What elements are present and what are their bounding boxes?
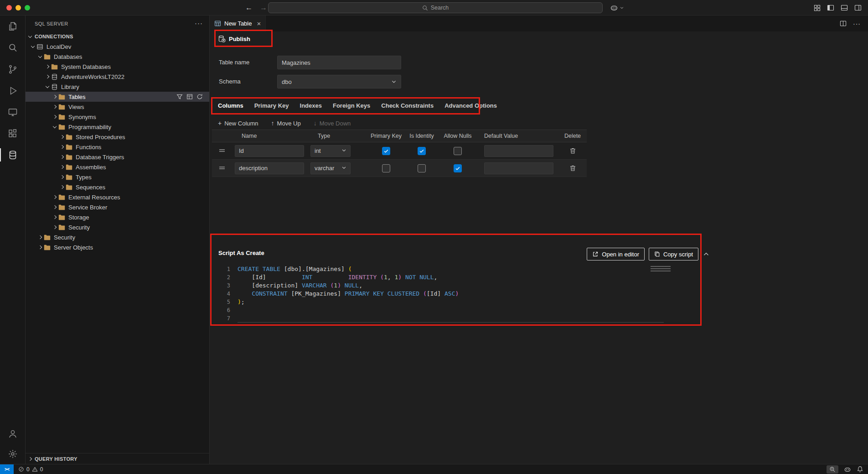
chevron-up-icon[interactable] (703, 250, 710, 258)
accounts-button[interactable] (0, 424, 25, 444)
designer-tab-check-constraints[interactable]: Check Constraints (376, 98, 439, 114)
schema-dropdown[interactable]: dbo (277, 75, 401, 89)
chevron-right-icon[interactable] (51, 92, 58, 102)
tree-item-functions[interactable]: Functions (26, 142, 209, 152)
notifications-bell-icon[interactable] (857, 466, 863, 473)
tree-item-database-triggers[interactable]: Database Triggers (26, 152, 209, 162)
move-up-button[interactable]: ↑Move Up (271, 120, 301, 127)
tree-item-storage[interactable]: Storage (26, 212, 209, 222)
is-identity-checkbox[interactable] (418, 147, 426, 155)
tree-item-external-resources[interactable]: External Resources (26, 192, 209, 202)
copilot-menu-button[interactable] (610, 0, 624, 16)
chevron-right-icon[interactable] (44, 62, 51, 72)
is-identity-checkbox[interactable] (418, 164, 426, 172)
chevron-right-icon[interactable] (51, 202, 58, 212)
tree-item-views[interactable]: Views (26, 102, 209, 112)
designer-tab-columns[interactable]: Columns (212, 98, 249, 114)
problems-status[interactable]: 0 0 (18, 466, 43, 473)
more-actions-icon[interactable]: ··· (853, 20, 861, 27)
tree-item-security[interactable]: Security (26, 232, 209, 242)
open-in-editor-button[interactable]: Open in editor (587, 248, 645, 260)
split-editor-icon[interactable] (840, 20, 847, 27)
tree-item-security[interactable]: Security (26, 222, 209, 232)
column-name-input[interactable] (235, 145, 304, 157)
drag-handle-icon[interactable] (219, 147, 225, 154)
refresh-icon[interactable] (196, 94, 203, 100)
new-column-button[interactable]: +New Column (218, 120, 258, 127)
chevron-right-icon[interactable] (58, 182, 66, 192)
tree-item-sequences[interactable]: Sequences (26, 182, 209, 192)
connections-section-header[interactable]: CONNECTIONS (26, 31, 209, 42)
navigate-back-button[interactable]: ← (245, 0, 253, 16)
primary-key-checkbox[interactable] (382, 147, 390, 155)
chevron-right-icon[interactable] (51, 102, 58, 112)
chevron-right-icon[interactable] (58, 142, 66, 152)
chevron-right-icon[interactable] (58, 172, 66, 182)
tree-item-adventureworkslt2022[interactable]: AdventureWorksLT2022 (26, 72, 209, 82)
navigate-forward-button[interactable]: → (260, 0, 267, 16)
tree-item-service-broker[interactable]: Service Broker (26, 202, 209, 212)
chevron-down-icon[interactable] (36, 52, 44, 62)
chevron-right-icon[interactable] (51, 212, 58, 222)
activity-source-control-button[interactable] (0, 58, 25, 80)
designer-tab-indexes[interactable]: Indexes (294, 98, 327, 114)
tree-item-assemblies[interactable]: Assemblies (26, 162, 209, 172)
zoom-indicator[interactable] (827, 465, 838, 474)
table-name-input[interactable] (277, 56, 401, 69)
allow-nulls-checkbox[interactable] (454, 164, 462, 172)
filter-icon[interactable] (176, 94, 183, 100)
tree-item-localdev[interactable]: LocalDev (26, 42, 209, 52)
customize-layout-icon[interactable] (814, 5, 821, 11)
tree-item-server-objects[interactable]: Server Objects (26, 242, 209, 252)
tree-item-stored-procedures[interactable]: Stored Procedures (26, 132, 209, 142)
chevron-right-icon[interactable] (58, 162, 66, 172)
default-value-input[interactable] (484, 145, 553, 157)
activity-explorer-button[interactable] (0, 16, 25, 37)
chevron-right-icon[interactable] (51, 112, 58, 122)
designer-tab-primary-key[interactable]: Primary Key (249, 98, 294, 114)
remote-indicator[interactable]: >< (0, 464, 14, 474)
more-actions-icon[interactable]: ··· (195, 16, 203, 31)
toggle-primary-sidebar-icon[interactable] (827, 4, 834, 11)
tree-item-types[interactable]: Types (26, 172, 209, 182)
settings-button[interactable] (0, 444, 25, 464)
chevron-right-icon[interactable] (36, 232, 44, 242)
column-type-dropdown[interactable]: varchar (310, 162, 351, 174)
script-code[interactable]: 1CREATE TABLE [dbo].[Magazines] (2 [Id] … (217, 265, 682, 323)
delete-row-icon[interactable] (569, 165, 576, 172)
tree-item-tables[interactable]: Tables (26, 92, 209, 102)
chevron-right-icon[interactable] (58, 132, 66, 142)
tree-item-databases[interactable]: Databases (26, 52, 209, 62)
toggle-secondary-sidebar-icon[interactable] (854, 4, 862, 11)
table-icon[interactable] (186, 94, 193, 100)
chevron-right-icon[interactable] (58, 152, 66, 162)
chevron-right-icon[interactable] (44, 72, 51, 82)
close-tab-icon[interactable]: × (257, 20, 261, 27)
activity-run-debug-button[interactable] (0, 80, 25, 101)
copilot-status-icon[interactable] (844, 466, 851, 473)
command-center-search[interactable]: Search (268, 2, 603, 13)
primary-key-checkbox[interactable] (382, 164, 390, 172)
column-type-dropdown[interactable]: int (310, 145, 351, 157)
chevron-right-icon[interactable] (36, 242, 44, 252)
designer-tab-advanced-options[interactable]: Advanced Options (439, 98, 502, 114)
activity-sql-server-button[interactable] (0, 144, 25, 166)
delete-row-icon[interactable] (569, 147, 576, 154)
maximize-window-button[interactable] (25, 5, 30, 10)
allow-nulls-checkbox[interactable] (454, 147, 462, 155)
tree-item-library[interactable]: Library (26, 82, 209, 92)
query-history-section-header[interactable]: QUERY HISTORY (26, 453, 209, 464)
tree-item-synonyms[interactable]: Synonyms (26, 112, 209, 122)
activity-extensions-button[interactable] (0, 123, 25, 144)
chevron-right-icon[interactable] (51, 192, 58, 202)
chevron-right-icon[interactable] (51, 222, 58, 232)
chevron-down-icon[interactable] (44, 82, 51, 92)
copy-script-button[interactable]: Copy script (649, 248, 698, 260)
designer-tab-foreign-keys[interactable]: Foreign Keys (327, 98, 376, 114)
activity-remote-explorer-button[interactable] (0, 101, 25, 123)
move-down-button[interactable]: ↓Move Down (314, 120, 351, 127)
activity-search-button[interactable] (0, 37, 25, 58)
drag-handle-icon[interactable] (219, 165, 225, 172)
minimize-window-button[interactable] (16, 5, 21, 10)
default-value-input[interactable] (484, 162, 553, 174)
